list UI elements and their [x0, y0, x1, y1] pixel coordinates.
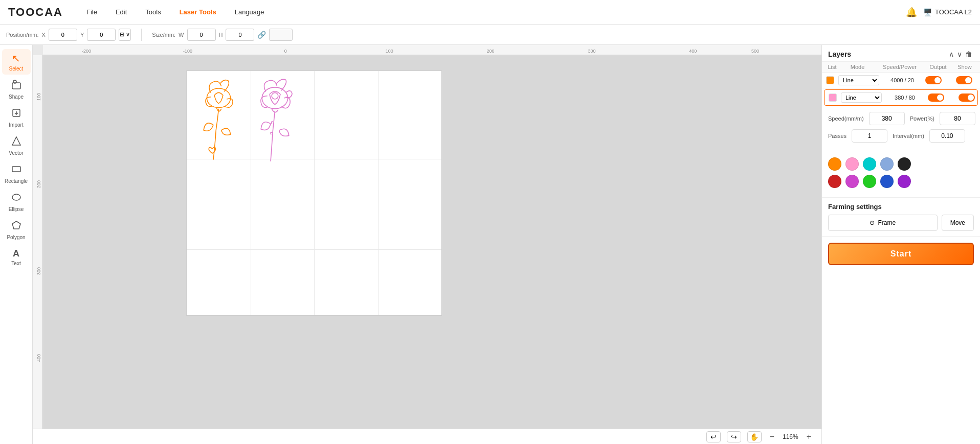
layers-table-header: List Mode Speed/Power Output Show [822, 62, 980, 73]
drawing-canvas[interactable] [186, 71, 442, 316]
farming-title: Farming settings [828, 203, 974, 211]
move-button[interactable]: Move [942, 215, 974, 231]
canvas-content[interactable] [43, 55, 821, 429]
interval-label: Interval(mm) [893, 133, 924, 139]
tool-rectangle[interactable]: Rectangle [2, 161, 31, 187]
menu-tools[interactable]: Tools [142, 6, 164, 18]
frame-button[interactable]: ⊙ Frame [828, 215, 938, 231]
svg-rect-0 [12, 83, 20, 89]
h-input[interactable] [226, 29, 254, 41]
menubar: TOOCAA File Edit Tools Laser Tools Langu… [0, 0, 980, 25]
chain-link-icon[interactable]: 🔗 [257, 31, 266, 39]
h-label: H [219, 32, 223, 38]
y-label: Y [80, 32, 84, 38]
layer-show-toggle-1[interactable] [956, 76, 972, 84]
size-preview-box [269, 29, 293, 41]
position-label: Position/mm: [6, 32, 39, 38]
power-input[interactable] [940, 112, 975, 125]
size-group: Size/mm: W H 🔗 [152, 29, 293, 41]
tool-ellipse[interactable]: Ellipse [2, 189, 31, 215]
frame-icon: ⊙ [870, 219, 875, 226]
start-button[interactable]: Start [828, 243, 974, 265]
menu-edit[interactable]: Edit [113, 6, 130, 18]
zoom-out-button[interactable]: − [768, 432, 776, 441]
palette-row-2 [828, 175, 974, 188]
topright-controls: 🔔 🖥️ TOOCAA L2 [906, 7, 972, 18]
polygon-icon [11, 220, 21, 233]
select-label: Select [9, 66, 24, 72]
ruler-h-tick: 500 [751, 49, 759, 54]
speed-input[interactable] [869, 112, 905, 125]
svg-point-9 [272, 92, 278, 99]
col-output: Output [923, 64, 953, 70]
left-sidebar: ↖ Select Shape Import Vector Rectangle [0, 45, 33, 444]
layer-color-2[interactable] [829, 94, 837, 102]
hand-tool-button[interactable]: ✋ [747, 431, 762, 442]
menu-language[interactable]: Language [232, 6, 268, 18]
palette-row-1 [828, 157, 974, 171]
vector-icon [11, 136, 21, 149]
menu-laser-tools[interactable]: Laser Tools [176, 6, 219, 18]
farming-section: Farming settings ⊙ Frame Move [822, 198, 980, 237]
layer-show-toggle-2[interactable] [959, 94, 975, 102]
speed-label: Speed(mm/m) [828, 115, 864, 122]
color-magenta[interactable] [845, 175, 859, 188]
layer-color-1[interactable] [826, 76, 834, 84]
color-red[interactable] [828, 175, 841, 188]
zoom-in-button[interactable]: + [805, 432, 813, 441]
ruler-horizontal: -200 -100 0 100 200 300 400 500 [43, 45, 821, 55]
select-icon: ↖ [12, 52, 20, 64]
layer-mode-select-2[interactable]: Line Fill Fill+Line [841, 92, 882, 103]
tool-polygon[interactable]: Polygon [2, 217, 31, 243]
tool-vector[interactable]: Vector [2, 133, 31, 159]
layers-delete-button[interactable]: 🗑 [964, 50, 974, 58]
layers-collapse-down-button[interactable]: ∨ [955, 50, 964, 58]
rose-orange-drawing [192, 76, 246, 166]
color-cyan[interactable] [863, 157, 876, 171]
tool-shape[interactable]: Shape [2, 77, 31, 103]
size-label: Size/mm: [152, 32, 175, 38]
layer-speed-power-1: 4000 / 20 [879, 77, 925, 83]
svg-point-8 [262, 87, 287, 109]
import-icon [11, 108, 21, 121]
svg-point-5 [12, 194, 20, 200]
layers-title: Layers [828, 50, 947, 58]
color-pink[interactable] [845, 157, 859, 171]
x-input[interactable] [49, 29, 77, 41]
undo-button[interactable]: ↩ [706, 431, 721, 442]
tool-select[interactable]: ↖ Select [2, 49, 31, 75]
statusbar: ↩ ↪ ✋ − 116% + [33, 429, 821, 444]
color-green[interactable] [863, 175, 876, 188]
tool-text[interactable]: A Text [2, 245, 31, 269]
ruler-h-tick: -200 [82, 49, 91, 54]
interval-input[interactable] [929, 129, 965, 143]
layers-collapse-up-button[interactable]: ∧ [947, 50, 955, 58]
tool-import[interactable]: Import [2, 105, 31, 131]
color-steel-blue[interactable] [880, 157, 894, 171]
ellipse-icon [11, 192, 21, 205]
menu-file[interactable]: File [83, 6, 100, 18]
color-purple[interactable] [898, 175, 911, 188]
w-input[interactable] [187, 29, 216, 41]
text-icon: A [13, 248, 19, 259]
col-list: List [826, 64, 838, 70]
passes-label: Passes [828, 133, 847, 139]
rectangle-label: Rectangle [5, 178, 28, 184]
position-group: Position/mm: X Y ⊞ ∨ [6, 29, 131, 41]
y-input[interactable] [87, 29, 116, 41]
layer-output-toggle-1[interactable] [925, 76, 942, 84]
farming-controls: ⊙ Frame Move [828, 215, 974, 231]
passes-input[interactable] [852, 129, 887, 143]
toolbar-separator [141, 29, 142, 41]
rose-pink-drawing [248, 76, 302, 166]
text-label: Text [11, 261, 20, 266]
redo-button[interactable]: ↪ [727, 431, 741, 442]
color-orange[interactable] [828, 157, 841, 171]
layer-mode-select-1[interactable]: Line Fill Fill+Line [838, 75, 879, 85]
color-black[interactable] [898, 157, 911, 171]
notification-bell-icon[interactable]: 🔔 [906, 7, 917, 18]
align-btn[interactable]: ⊞ ∨ [119, 29, 131, 41]
color-blue[interactable] [880, 175, 894, 188]
canvas-area[interactable]: -200 -100 0 100 200 300 400 500 100 200 … [33, 45, 821, 444]
layer-output-toggle-2[interactable] [928, 94, 944, 102]
